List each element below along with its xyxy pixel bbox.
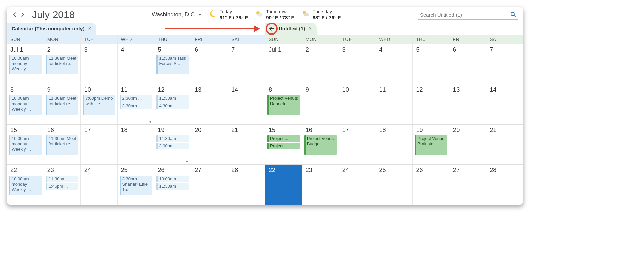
day-cell[interactable]: 25 bbox=[376, 165, 413, 205]
day-cell[interactable]: 511:30am Task Forces S... bbox=[154, 44, 191, 84]
search-input[interactable] bbox=[420, 12, 511, 18]
day-cell[interactable]: 2 bbox=[302, 44, 339, 84]
calendar-event[interactable]: Project Venus: Budget ... bbox=[304, 135, 337, 155]
day-cell[interactable]: 18 bbox=[118, 125, 155, 164]
calendar-event[interactable]: 3:00pm ... bbox=[156, 143, 189, 149]
calendar-event[interactable]: 4:30pm ... bbox=[156, 102, 189, 109]
calendar-event[interactable]: 3:30pm ... bbox=[120, 102, 152, 109]
day-number: 14 bbox=[229, 86, 263, 95]
day-cell[interactable]: 4 bbox=[118, 44, 155, 84]
day-cell[interactable]: 253:30pm Shahar+Effie 1o... bbox=[118, 165, 155, 205]
day-cell[interactable]: 112:30pm ...3:30pm ...▼ bbox=[118, 84, 155, 124]
calendar-event[interactable]: 11:30am Meet for ticket re... bbox=[46, 95, 78, 115]
day-cell[interactable]: 211:30am Meet for ticket re... bbox=[44, 44, 81, 84]
day-cell[interactable]: 7 bbox=[228, 44, 265, 84]
day-cell[interactable]: 1611:30am Meet for ticket re... bbox=[44, 125, 81, 164]
day-cell[interactable]: 3 bbox=[81, 44, 118, 84]
day-cell[interactable]: 9 bbox=[302, 84, 339, 124]
day-cell[interactable]: 14 bbox=[486, 84, 523, 124]
day-cell[interactable]: 16Project Venus: Budget ... bbox=[302, 125, 339, 164]
prev-month-button[interactable] bbox=[12, 12, 18, 18]
search-box[interactable] bbox=[418, 10, 518, 20]
calendar-event[interactable]: 3:30pm Shahar+Effie 1o... bbox=[120, 176, 152, 195]
day-cell[interactable]: 1911:30am3:00pm ...▼ bbox=[154, 125, 191, 164]
location-picker[interactable]: Washington, D.C. ▼ bbox=[152, 11, 202, 18]
calendar-event[interactable]: 11:30am Meet for ticket re... bbox=[46, 55, 78, 74]
day-cell[interactable]: 20 bbox=[191, 125, 228, 164]
day-cell[interactable]: 6 bbox=[449, 44, 486, 84]
day-cell[interactable]: 2610:00am11:30am bbox=[154, 165, 191, 205]
calendar-event[interactable]: 11:30am bbox=[156, 95, 189, 102]
day-cell[interactable]: 20 bbox=[449, 125, 486, 164]
calendar-event[interactable]: 10:00am monday Weekly ... bbox=[9, 176, 42, 195]
day-cell[interactable]: 17 bbox=[339, 125, 376, 164]
day-cell[interactable]: 27 bbox=[191, 165, 228, 205]
day-cell[interactable]: 15Project ...Project ... bbox=[265, 125, 302, 164]
calendar-event[interactable]: Project ... bbox=[267, 135, 300, 142]
day-cell[interactable]: 810:00am monday Weekly ... bbox=[7, 84, 44, 124]
overflow-caret-icon[interactable]: ▼ bbox=[185, 160, 189, 164]
calendar-event[interactable]: Project Venus: Brainsto... bbox=[415, 135, 447, 155]
calendar-event[interactable]: Project Venus: Debriefi... bbox=[267, 95, 300, 115]
overflow-caret-icon[interactable]: ▼ bbox=[149, 120, 152, 124]
next-month-button[interactable] bbox=[20, 12, 26, 18]
calendar-event[interactable]: 11:30am Task Forces S... bbox=[156, 55, 189, 74]
calendar-event[interactable]: 10:00am monday Weekly ... bbox=[9, 135, 42, 155]
day-cell[interactable]: 28 bbox=[228, 165, 265, 205]
day-number: 15 bbox=[8, 126, 42, 135]
close-icon[interactable]: ✕ bbox=[88, 26, 92, 31]
calendar-event[interactable]: Project ... bbox=[267, 143, 300, 149]
day-header: TUE bbox=[81, 35, 118, 44]
day-cell[interactable]: 14 bbox=[228, 84, 265, 124]
calendar-event[interactable]: 1:45pm ... bbox=[46, 183, 78, 190]
day-cell[interactable]: 24 bbox=[339, 165, 376, 205]
day-cell[interactable]: 3 bbox=[339, 44, 376, 84]
calendar-event[interactable]: 11:30am bbox=[46, 176, 78, 182]
tab-label: Untitled (1) bbox=[279, 26, 305, 31]
day-cell[interactable]: 13 bbox=[449, 84, 486, 124]
calendar-event[interactable]: 11:30am bbox=[156, 183, 189, 190]
day-cell[interactable]: 24 bbox=[81, 165, 118, 205]
day-cell[interactable]: 21 bbox=[486, 125, 523, 164]
day-cell[interactable]: 22 bbox=[265, 165, 302, 205]
search-icon[interactable] bbox=[511, 12, 516, 17]
day-cell[interactable]: 21 bbox=[228, 125, 265, 164]
day-cell[interactable]: Jul 110:00am monday Weekly ... bbox=[7, 44, 44, 84]
day-cell[interactable]: 17 bbox=[81, 125, 118, 164]
calendar-event[interactable]: 7:00pm Demo with He... bbox=[83, 95, 115, 115]
day-cell[interactable]: 5 bbox=[413, 44, 449, 84]
calendar-event[interactable]: 2:30pm ... bbox=[120, 95, 152, 102]
day-cell[interactable]: 1211:30am4:30pm ... bbox=[154, 84, 191, 124]
day-cell[interactable]: 23 bbox=[302, 165, 339, 205]
day-cell[interactable]: 10 bbox=[339, 84, 376, 124]
calendar-event[interactable]: 10:00am bbox=[156, 176, 189, 182]
calendar-event[interactable]: 10:00am monday Weekly ... bbox=[9, 95, 42, 115]
day-cell[interactable]: 13 bbox=[191, 84, 228, 124]
calendar-event[interactable]: 11:30am bbox=[156, 135, 189, 142]
day-cell[interactable]: 2311:30am1:45pm ... bbox=[44, 165, 81, 205]
day-cell[interactable]: 26 bbox=[413, 165, 449, 205]
merge-back-arrow-icon[interactable] bbox=[268, 25, 275, 32]
day-cell[interactable]: 27 bbox=[449, 165, 486, 205]
day-cell[interactable]: 4 bbox=[376, 44, 413, 84]
day-cell[interactable]: 911:30am Meet for ticket re... bbox=[44, 84, 81, 124]
day-cell[interactable]: 6 bbox=[191, 44, 228, 84]
day-cell[interactable]: 7 bbox=[486, 44, 523, 84]
day-cell[interactable]: 107:00pm Demo with He... bbox=[81, 84, 118, 124]
day-cell[interactable]: 12 bbox=[413, 84, 449, 124]
calendar-event[interactable]: 10:00am monday Weekly ... bbox=[9, 55, 42, 74]
day-cell[interactable]: 2210:00am monday Weekly ... bbox=[7, 165, 44, 205]
day-cell[interactable]: 8Project Venus: Debriefi... bbox=[265, 84, 302, 124]
calendar-tab-untitled[interactable]: Untitled (1) ✕ bbox=[265, 23, 317, 35]
day-cell[interactable]: Jul 1 bbox=[265, 44, 302, 84]
calendar-event[interactable]: 11:30am Meet for ticket re... bbox=[46, 135, 78, 155]
day-cell[interactable]: 11 bbox=[376, 84, 413, 124]
day-number: 13 bbox=[451, 86, 485, 95]
close-icon[interactable]: ✕ bbox=[308, 26, 312, 31]
calendar-tab-local[interactable]: Calendar (This computer only) ✕ bbox=[7, 23, 96, 35]
day-cell[interactable]: 18 bbox=[376, 125, 413, 164]
calendar-pane-left: Calendar (This computer only) ✕ SUNMONTU… bbox=[7, 23, 265, 205]
day-cell[interactable]: 1510:00am monday Weekly ... bbox=[7, 125, 44, 164]
day-cell[interactable]: 19Project Venus: Brainsto... bbox=[413, 125, 449, 164]
day-cell[interactable]: 28 bbox=[486, 165, 523, 205]
